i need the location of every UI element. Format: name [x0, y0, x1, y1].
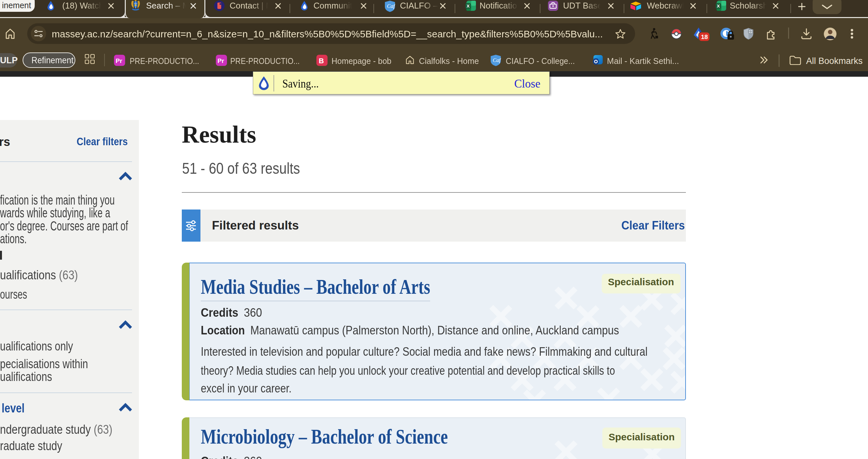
svg-text:Caf: Caf	[387, 3, 395, 9]
svg-text:18: 18	[701, 33, 708, 40]
svg-text:Pr: Pr	[116, 57, 123, 64]
svg-text:X: X	[717, 4, 720, 8]
svg-text:B: B	[319, 57, 324, 65]
svg-text:Caf: Caf	[493, 57, 501, 63]
svg-text:Pr: Pr	[217, 57, 224, 64]
svg-text:X: X	[466, 4, 469, 8]
